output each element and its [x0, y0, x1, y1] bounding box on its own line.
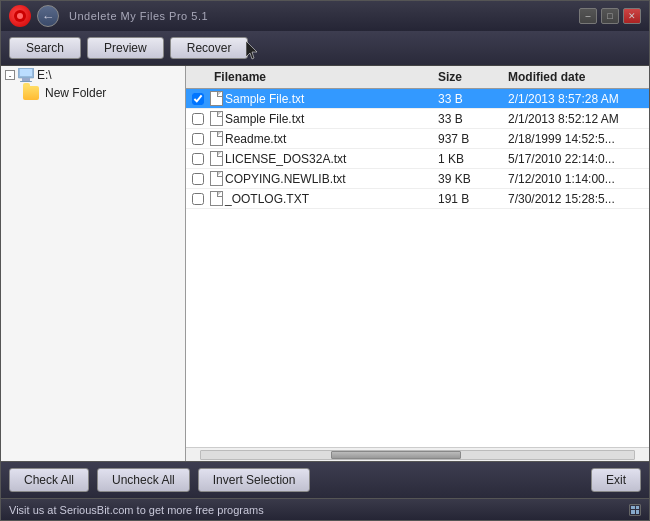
- search-button[interactable]: Search: [9, 37, 81, 59]
- checkbox-input-4[interactable]: [192, 173, 204, 185]
- title-bar: ← Undelete My Files Pro 5.1 – □ ✕: [1, 1, 649, 31]
- title-controls: – □ ✕: [579, 8, 641, 24]
- svg-point-1: [17, 13, 23, 19]
- checkbox-input-2[interactable]: [192, 133, 204, 145]
- maximize-button[interactable]: □: [601, 8, 619, 24]
- invert-selection-button[interactable]: Invert Selection: [198, 468, 311, 492]
- file-name-2: Readme.txt: [223, 132, 434, 146]
- folder-label: New Folder: [45, 86, 106, 100]
- header-filename[interactable]: Filename: [210, 68, 434, 86]
- svg-marker-2: [246, 41, 257, 59]
- file-icon-5: [210, 191, 223, 206]
- file-checkbox-4[interactable]: [186, 173, 210, 185]
- header-date[interactable]: Modified date: [504, 68, 649, 86]
- header-check-col: [186, 68, 210, 86]
- file-date-3: 5/17/2010 22:14:0...: [504, 152, 649, 166]
- header-size[interactable]: Size: [434, 68, 504, 86]
- svg-rect-6: [20, 81, 32, 82]
- file-date-5: 7/30/2012 15:28:5...: [504, 192, 649, 206]
- recover-wrap: Recover: [170, 37, 249, 59]
- table-row[interactable]: _OOTLOG.TXT 191 B 7/30/2012 15:28:5...: [186, 189, 649, 209]
- file-name-4: COPYING.NEWLIB.txt: [223, 172, 434, 186]
- horizontal-scrollbar-area: [186, 447, 649, 461]
- toolbar: Search Preview Recover: [1, 31, 649, 66]
- table-row[interactable]: Sample File.txt 33 B 2/1/2013 8:57:28 AM: [186, 89, 649, 109]
- file-date-4: 7/12/2010 1:14:00...: [504, 172, 649, 186]
- scrollbar-thumb[interactable]: [331, 451, 461, 459]
- file-list-panel: Filename Size Modified date Sample File.…: [186, 66, 649, 461]
- file-name-0: Sample File.txt: [223, 92, 434, 106]
- checkbox-input-5[interactable]: [192, 193, 204, 205]
- close-button[interactable]: ✕: [623, 8, 641, 24]
- checkbox-input-1[interactable]: [192, 113, 204, 125]
- file-date-2: 2/18/1999 14:52:5...: [504, 132, 649, 146]
- file-icon-0: [210, 91, 223, 106]
- table-row[interactable]: LICENSE_DOS32A.txt 1 KB 5/17/2010 22:14:…: [186, 149, 649, 169]
- file-checkbox-2[interactable]: [186, 133, 210, 145]
- bottom-button-bar: Check All Uncheck All Invert Selection E…: [1, 461, 649, 498]
- minimize-button[interactable]: –: [579, 8, 597, 24]
- main-content: - E:\ New Folder Filename Size: [1, 66, 649, 461]
- status-dot-3: [631, 510, 635, 514]
- status-bar: Visit us at SeriousBit.com to get more f…: [1, 498, 649, 520]
- status-dot-4: [636, 510, 640, 514]
- main-window: ← Undelete My Files Pro 5.1 – □ ✕ Search…: [0, 0, 650, 521]
- back-button[interactable]: ←: [37, 5, 59, 27]
- file-icon-3: [210, 151, 223, 166]
- file-date-1: 2/1/2013 8:52:12 AM: [504, 112, 649, 126]
- checkbox-input-3[interactable]: [192, 153, 204, 165]
- computer-icon: [18, 68, 34, 82]
- recover-button[interactable]: Recover: [170, 37, 249, 59]
- file-checkbox-0[interactable]: [186, 93, 210, 105]
- table-row[interactable]: Readme.txt 937 B 2/18/1999 14:52:5...: [186, 129, 649, 149]
- table-row[interactable]: COPYING.NEWLIB.txt 39 KB 7/12/2010 1:14:…: [186, 169, 649, 189]
- svg-rect-4: [20, 69, 32, 76]
- status-icon: [629, 504, 641, 516]
- status-text: Visit us at SeriousBit.com to get more f…: [9, 504, 629, 516]
- file-list-body: Sample File.txt 33 B 2/1/2013 8:57:28 AM…: [186, 89, 649, 447]
- exit-button[interactable]: Exit: [591, 468, 641, 492]
- status-dot-1: [631, 506, 635, 510]
- app-icon: [9, 5, 31, 27]
- file-checkbox-3[interactable]: [186, 153, 210, 165]
- tree-item-drive[interactable]: - E:\: [1, 66, 185, 84]
- file-icon-2: [210, 131, 223, 146]
- file-icon-4: [210, 171, 223, 186]
- drive-label: E:\: [37, 68, 52, 82]
- title-bar-left: ← Undelete My Files Pro 5.1: [9, 5, 208, 27]
- svg-rect-5: [22, 78, 30, 81]
- file-name-3: LICENSE_DOS32A.txt: [223, 152, 434, 166]
- file-size-5: 191 B: [434, 192, 504, 206]
- tree-item-folder[interactable]: New Folder: [1, 84, 185, 102]
- file-name-1: Sample File.txt: [223, 112, 434, 126]
- preview-button[interactable]: Preview: [87, 37, 164, 59]
- window-title: Undelete My Files Pro 5.1: [69, 10, 208, 22]
- checkbox-input-0[interactable]: [192, 93, 204, 105]
- file-size-3: 1 KB: [434, 152, 504, 166]
- file-icon-1: [210, 111, 223, 126]
- file-size-0: 33 B: [434, 92, 504, 106]
- file-name-5: _OOTLOG.TXT: [223, 192, 434, 206]
- file-size-4: 39 KB: [434, 172, 504, 186]
- spacer: [318, 468, 583, 492]
- tree-expand-icon[interactable]: -: [5, 70, 15, 80]
- horizontal-scrollbar[interactable]: [200, 450, 635, 460]
- uncheck-all-button[interactable]: Uncheck All: [97, 468, 190, 492]
- status-dot-2: [636, 506, 640, 510]
- file-size-1: 33 B: [434, 112, 504, 126]
- file-checkbox-1[interactable]: [186, 113, 210, 125]
- check-all-button[interactable]: Check All: [9, 468, 89, 492]
- table-row[interactable]: Sample File.txt 33 B 2/1/2013 8:52:12 AM: [186, 109, 649, 129]
- file-size-2: 937 B: [434, 132, 504, 146]
- file-checkbox-5[interactable]: [186, 193, 210, 205]
- file-list-header: Filename Size Modified date: [186, 66, 649, 89]
- file-tree-panel: - E:\ New Folder: [1, 66, 186, 461]
- file-date-0: 2/1/2013 8:57:28 AM: [504, 92, 649, 106]
- folder-icon: [23, 86, 39, 100]
